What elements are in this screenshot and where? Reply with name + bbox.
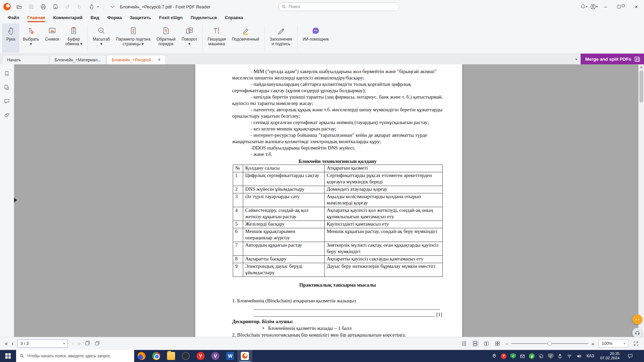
next-page-button[interactable]: ›	[72, 341, 73, 347]
select-tool-button[interactable]: Выбрать ▾	[20, 23, 42, 53]
attachments-icon[interactable]	[4, 112, 10, 118]
taskbar-app-dark[interactable]	[178, 350, 193, 362]
taskbar-clock[interactable]: 20:25 07.02.2024	[599, 352, 621, 360]
fill-sign-button[interactable]: Заполнение и подпись	[267, 23, 295, 53]
tray-utorrent-icon[interactable]: µ	[529, 353, 535, 359]
zoom-slider-thumb[interactable]	[548, 342, 552, 346]
quad-view-icon[interactable]	[494, 340, 501, 347]
tab-start[interactable]: Начать	[2, 55, 49, 64]
tab-list-chevron-icon[interactable]: ▾	[576, 57, 577, 61]
maximize-button[interactable]	[613, 0, 629, 13]
start-button[interactable]	[0, 350, 16, 362]
zoom-slider[interactable]	[511, 343, 588, 344]
hand-tool-quick-icon[interactable]	[88, 3, 95, 10]
snapshot-button[interactable]: Снимок	[42, 23, 62, 53]
menu-view[interactable]: Вид	[87, 14, 103, 22]
tray-satellite-icon[interactable]	[538, 353, 544, 359]
taskbar-app-viber[interactable]: V	[208, 350, 223, 362]
continuous-view-icon[interactable]	[472, 340, 479, 347]
zoom-out-button[interactable]: −	[505, 341, 508, 347]
menu-home[interactable]: Главная	[24, 14, 49, 22]
notifications-bell-icon[interactable]	[579, 3, 587, 10]
page-thumbnails-icon[interactable]	[4, 84, 10, 90]
taskbar-app-yandex[interactable]: Y	[193, 350, 208, 362]
titlebar-search-box[interactable]	[278, 2, 399, 11]
windows-taskbar: Y V W Y ✔ µ ✔ КАЗ 20:25 07.02.2024	[0, 350, 644, 362]
typewriter-button[interactable]: Пишущая машинка	[205, 23, 228, 53]
redo-icon[interactable]: ↻	[76, 3, 83, 10]
zoom-button[interactable]: Масштаб ▾	[90, 23, 112, 53]
ai-floating-button[interactable]	[632, 314, 642, 324]
taskbar-search-box[interactable]	[16, 350, 134, 362]
account-avatar-icon[interactable]	[589, 3, 597, 10]
scrollbar-thumb[interactable]	[639, 70, 643, 103]
taskbar-app-explorer[interactable]	[164, 350, 178, 362]
organize-pages-icon[interactable]	[52, 3, 59, 10]
rotate-button[interactable]: Поворот ▾	[179, 23, 200, 53]
vertical-scrollbar[interactable]	[638, 64, 644, 337]
hand-tool-button[interactable]: Рука	[2, 23, 19, 53]
facing-view-icon[interactable]	[483, 340, 490, 347]
print-icon[interactable]	[40, 3, 47, 10]
open-file-icon[interactable]	[15, 3, 23, 10]
titlebar-search-input[interactable]	[288, 4, 395, 9]
tray-defender-icon[interactable]: ✔	[548, 353, 553, 359]
panel-expand-arrow-icon[interactable]	[14, 198, 17, 202]
last-page-button[interactable]: »	[78, 341, 81, 347]
taskbar-app-firefox[interactable]	[134, 350, 149, 362]
tab-document-2-active[interactable]: Блокчейн_+Ресурс8... ✕	[107, 55, 166, 64]
taskbar-app-foxit-active[interactable]	[237, 350, 252, 362]
snapshot-page-icon[interactable]	[85, 340, 90, 347]
menu-comment[interactable]: Комментарий	[49, 14, 86, 22]
zoom-level-select[interactable]: 100% ▾	[599, 340, 628, 348]
tab-document-1[interactable]: Блокчейн_+Материал...	[50, 55, 106, 64]
page-number-box[interactable]: ▾	[17, 340, 68, 348]
menu-protect[interactable]: Защитить	[126, 14, 155, 22]
minimize-button[interactable]: ─	[598, 0, 613, 13]
fit-page-button[interactable]: Параметр подгона страницы ▾	[113, 23, 153, 53]
tray-usb-icon[interactable]	[557, 353, 563, 359]
ai-assistant-button[interactable]: ИИ-помощник	[300, 23, 331, 53]
menu-file[interactable]: Файл	[4, 14, 23, 22]
tray-antivirus-shield-icon[interactable]: ✔	[510, 353, 516, 359]
fullscreen-icon[interactable]	[633, 340, 639, 347]
tray-volume-icon[interactable]	[576, 353, 582, 359]
action-center-icon[interactable]	[625, 353, 636, 359]
pdf-page[interactable]: - MIM ("ортада адам") хакерлік шабуылдар…	[195, 64, 462, 337]
previous-page-button[interactable]: ‹	[12, 341, 13, 347]
tray-yandex-icon[interactable]: Y	[501, 353, 506, 359]
document-area[interactable]: - MIM ("ортада адам") хакерлік шабуылдар…	[14, 64, 644, 337]
tray-pin-icon[interactable]	[491, 353, 497, 359]
menu-share[interactable]: Поделиться	[187, 14, 220, 22]
tray-wifi-icon[interactable]	[567, 353, 572, 359]
single-page-view-icon[interactable]	[461, 340, 468, 347]
tab-close-icon[interactable]: ✕	[158, 58, 161, 62]
clipboard-button[interactable]: Буфер обмена ▾	[63, 23, 85, 53]
taskbar-app-chrome[interactable]	[149, 350, 164, 362]
scroll-up-icon[interactable]	[640, 66, 643, 68]
bookmarks-icon[interactable]	[4, 70, 10, 77]
hand-tool-caret-icon[interactable]: ▾	[97, 5, 99, 8]
menu-foxit-esign[interactable]: Foxit eSign	[155, 14, 186, 22]
undo-icon[interactable]: ↺	[64, 3, 71, 10]
language-indicator[interactable]: КАЗ	[585, 354, 595, 358]
bell-caret-icon[interactable]: ▾	[586, 5, 588, 8]
taskbar-app-word[interactable]: W	[223, 350, 237, 362]
first-page-button[interactable]: «	[5, 341, 8, 347]
zoom-in-button[interactable]: +	[591, 341, 594, 347]
tray-mail-icon[interactable]	[520, 353, 525, 359]
reverse-order-button[interactable]: Обратный порядок	[154, 23, 178, 53]
save-icon[interactable]	[28, 3, 35, 10]
clipboard-page-icon[interactable]	[94, 340, 100, 347]
menu-help[interactable]: Справка	[221, 14, 247, 22]
taskbar-search-input[interactable]	[27, 354, 130, 358]
menu-form[interactable]: Форма	[104, 14, 125, 22]
highlight-button[interactable]: Подсвеченный	[229, 23, 262, 53]
quick-access-chevron-icon[interactable]	[109, 3, 116, 10]
support-floating-button[interactable]	[632, 328, 642, 337]
comments-icon[interactable]	[4, 98, 10, 104]
page-number-input[interactable]	[20, 341, 61, 346]
page-dropdown-caret-icon[interactable]: ▾	[63, 342, 65, 345]
close-button[interactable]: ✕	[629, 0, 644, 13]
merge-split-pdfs-button[interactable]: Merge and split PDFs	[581, 54, 644, 64]
